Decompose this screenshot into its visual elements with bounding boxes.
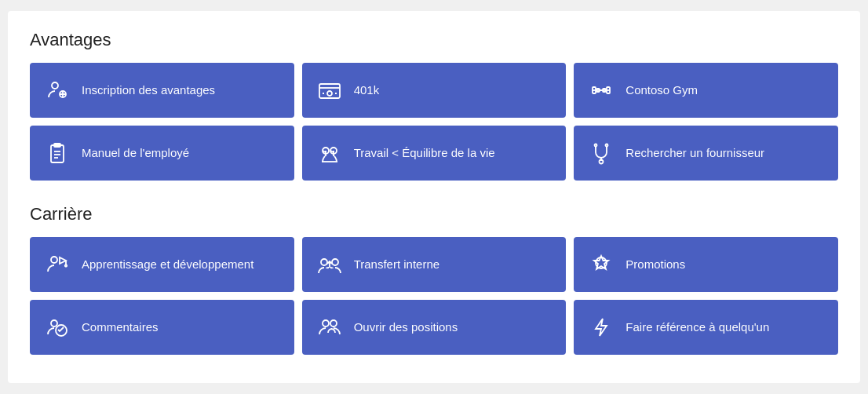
card-label-401k: 401k <box>354 82 380 98</box>
card-travail[interactable]: Travail < Équilibre de la vie <box>302 126 567 181</box>
carriere-grid: Apprentissage et développement Transfert… <box>30 237 838 355</box>
clipboard-icon <box>44 140 71 166</box>
card-401k[interactable]: 401k <box>302 63 567 118</box>
card-label-transfert: Transfert interne <box>354 257 440 272</box>
svg-marker-33 <box>596 319 607 336</box>
card-promotions[interactable]: Promotions <box>574 237 838 292</box>
card-apprentissage[interactable]: Apprentissage et développement <box>30 237 294 292</box>
svg-point-31 <box>323 320 329 327</box>
card-label-commentaires: Commentaires <box>82 319 159 335</box>
card-inscription[interactable]: Inscription des avantages <box>30 63 294 118</box>
section-title-avantages: Avantages <box>30 30 838 50</box>
section-title-carriere: Carrière <box>30 204 838 224</box>
card-fournisseur[interactable]: Rechercher un fournisseur <box>574 126 838 181</box>
svg-point-20 <box>600 160 604 164</box>
card-label-promotions: Promotions <box>625 257 685 272</box>
svg-point-21 <box>595 144 597 147</box>
gym-icon <box>588 77 615 104</box>
card-transfert[interactable]: Transfert interne <box>302 237 567 292</box>
section-carriere: Carrière Apprentissage et développement <box>30 204 838 355</box>
svg-rect-10 <box>51 145 64 162</box>
card-commentaires[interactable]: Commentaires <box>30 300 294 355</box>
card-positions[interactable]: Ouvrir des positions <box>302 300 567 355</box>
svg-point-32 <box>330 320 337 327</box>
svg-point-3 <box>327 91 332 96</box>
stethoscope-icon <box>588 140 615 166</box>
balance-icon <box>316 140 343 166</box>
card-label-inscription: Inscription des avantages <box>82 82 215 98</box>
card-label-positions: Ouvrir des positions <box>354 319 458 335</box>
card-label-travail: Travail < Équilibre de la vie <box>354 145 495 161</box>
transfer-icon <box>316 251 343 278</box>
card-gym[interactable]: Contoso Gym <box>574 63 838 118</box>
card-reference[interactable]: Faire référence à quelqu'un <box>574 300 838 355</box>
money-icon <box>316 77 343 104</box>
svg-point-29 <box>51 320 57 327</box>
card-label-manuel: Manuel de l'employé <box>82 145 189 161</box>
section-avantages: Avantages Inscription des avantages <box>30 30 838 181</box>
svg-point-26 <box>332 259 338 265</box>
card-manuel[interactable]: Manuel de l'employé <box>30 126 294 181</box>
person-settings-icon <box>44 77 71 104</box>
svg-point-25 <box>321 259 327 265</box>
page-container: Avantages Inscription des avantages <box>8 11 860 383</box>
card-label-reference: Faire référence à quelqu'un <box>625 319 769 335</box>
avantages-grid: Inscription des avantages 401k <box>30 63 838 181</box>
open-positions-icon <box>316 314 343 341</box>
lightning-icon <box>588 314 615 341</box>
svg-point-24 <box>65 264 67 266</box>
card-label-gym: Contoso Gym <box>625 82 698 98</box>
medal-icon <box>588 251 615 278</box>
card-label-apprentissage: Apprentissage et développement <box>82 257 253 272</box>
svg-point-23 <box>51 257 57 263</box>
feedback-icon <box>44 314 71 341</box>
card-label-fournisseur: Rechercher un fournisseur <box>625 145 764 161</box>
learning-icon <box>44 251 71 278</box>
svg-point-22 <box>606 144 608 147</box>
svg-point-0 <box>52 82 58 89</box>
